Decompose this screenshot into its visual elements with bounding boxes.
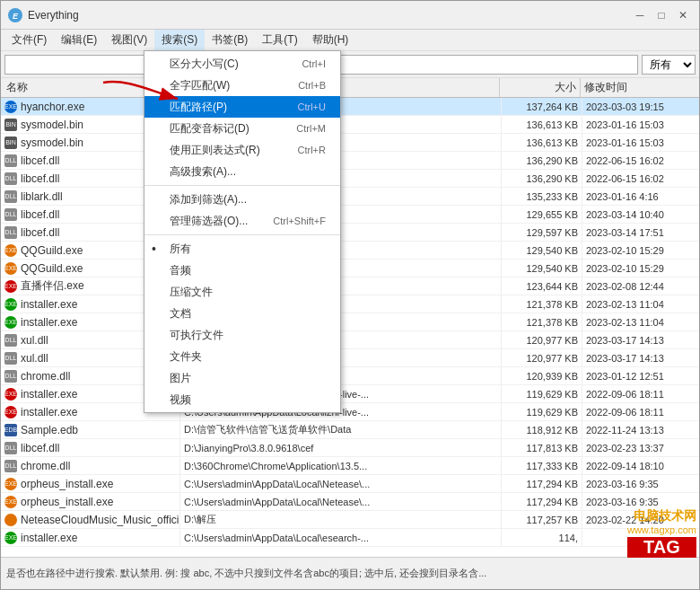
maximize-button[interactable]: □ [652, 6, 670, 24]
file-size-cell: 129,597 KB [502, 224, 582, 241]
table-row[interactable]: EXE installer.exe local\qq-chat-... 121,… [1, 313, 699, 331]
menu-item-shortcut: Ctrl+U [298, 101, 326, 112]
table-row[interactable]: DLL chrome.dll D:\360se6\Application\(10… [1, 367, 699, 385]
table-row[interactable]: EXE 直播伴侣.exe 123,644 KB 2023-02-08 12:44 [1, 277, 699, 295]
menu-edit[interactable]: 编辑(E) [54, 30, 104, 51]
file-date-cell: 2023-01-16 15:03 [582, 134, 699, 151]
table-row[interactable]: DLL chrome.dll D:\360Chrome\Chrome\Appli… [1, 457, 699, 475]
title-bar-left: E Everything [8, 8, 79, 22]
table-row[interactable]: NeteaseCloudMusic_Music_official_2.1... … [1, 511, 699, 529]
table-row[interactable]: EXE hyanchor.exe s\sougoushur... 137,264… [1, 98, 699, 116]
table-row[interactable]: DLL liblark.dll m32_ia32-6.0.5... 135,23… [1, 188, 699, 206]
file-date-cell: 2023-02-13 11:04 [582, 313, 699, 330]
main-window: E Everything ─ □ ✕ 文件(F) 编辑(E) 视图(V) 搜索(… [0, 0, 700, 590]
file-name-cell: NeteaseCloudMusic_Music_official_2.1... [1, 511, 180, 528]
menu-item-label: 视频 [170, 392, 191, 408]
menu-view[interactable]: 视图(V) [104, 30, 154, 51]
file-size-cell: 121,378 KB [502, 295, 582, 313]
search-menu-item[interactable]: 可执行文件 [144, 324, 340, 346]
table-row[interactable]: EXE orpheus_install.exe C:\Users\admin\A… [1, 493, 699, 511]
file-size-cell: 120,939 KB [502, 367, 582, 384]
search-menu-item[interactable]: 添加到筛选(A)... [144, 189, 340, 210]
menu-bookmarks[interactable]: 书签(B) [205, 30, 255, 51]
menu-tools[interactable]: 工具(T) [255, 30, 304, 51]
file-type-icon: EXE [4, 101, 17, 113]
search-menu-item[interactable]: 文档 [144, 303, 340, 324]
file-date-cell: 2023-03-16 9:35 [582, 493, 699, 510]
search-menu-item[interactable]: •所有 [144, 238, 340, 260]
menu-help[interactable]: 帮助(H) [305, 30, 356, 51]
table-row[interactable]: EDB Sample.edb D:\信管飞软件\信管飞送货单软件\Data 11… [1, 421, 699, 439]
search-menu-item[interactable]: 使用正则表达式(R)Ctrl+R [144, 139, 340, 161]
minimize-button[interactable]: ─ [631, 6, 649, 24]
search-menu-item[interactable]: 匹配变音标记(D)Ctrl+M [144, 118, 340, 139]
file-type-icon: BIN [4, 136, 17, 149]
search-menu-item[interactable]: 高级搜索(A)... [144, 161, 340, 182]
search-menu-item[interactable]: 区分大小写(C)Ctrl+I [144, 53, 340, 75]
menu-file[interactable]: 文件(F) [4, 30, 54, 51]
menu-item-label: 添加到筛选(A)... [170, 192, 247, 207]
table-row[interactable]: DLL xul.dll refox 120,977 KB 2023-03-17 … [1, 331, 699, 349]
file-size-cell: 118,912 KB [502, 421, 582, 438]
file-size-cell: 135,233 KB [502, 188, 582, 205]
table-row[interactable]: DLL libcef.dll 129,597 KB 2023-03-14 17:… [1, 224, 699, 242]
menu-item-label: 匹配变音标记(D) [170, 121, 249, 136]
file-path-cell: D:\信管飞软件\信管飞送货单软件\Data [180, 421, 502, 438]
menu-item-label: 全字匹配(W) [170, 78, 230, 93]
menu-bar: 文件(F) 编辑(E) 视图(V) 搜索(S) 书签(B) 工具(T) 帮助(H… [1, 30, 699, 51]
search-menu-item[interactable]: 视频 [144, 389, 340, 410]
table-row[interactable]: EXE installer.exe local\qq-chat-... 121,… [1, 295, 699, 313]
file-size-cell: 119,629 KB [502, 385, 582, 402]
search-menu-item[interactable]: 文件夹 [144, 346, 340, 367]
table-row[interactable]: DLL xul.dll refox 120,977 KB 2023-03-17 … [1, 349, 699, 367]
search-menu-item[interactable]: 音频 [144, 260, 340, 281]
search-menu-item[interactable]: 管理筛选器(O)...Ctrl+Shift+F [144, 210, 340, 232]
close-button[interactable]: ✕ [674, 6, 692, 24]
search-menu-item[interactable]: 全字匹配(W)Ctrl+B [144, 75, 340, 96]
file-type-icon: EXE [4, 532, 17, 544]
search-dropdown: 区分大小写(C)Ctrl+I全字匹配(W)Ctrl+B匹配路径(P)Ctrl+U… [144, 50, 341, 413]
file-size-cell: 121,378 KB [502, 313, 582, 330]
file-name-cell: EDB Sample.edb [1, 421, 180, 438]
menu-item-label: 使用正则表达式(R) [170, 143, 260, 158]
search-menu-item[interactable]: 压缩文件 [144, 281, 340, 303]
table-row[interactable]: EXE QQGuild.exe Local\Tencent\... 129,54… [1, 242, 699, 260]
table-row[interactable]: BIN sysmodel.bin s\sougoushur... 136,613… [1, 116, 699, 134]
table-row[interactable]: BIN sysmodel.bin s\sougoushur... 136,613… [1, 134, 699, 152]
table-row[interactable]: DLL libcef.dll D:\JianyingPro\3.8.0.9618… [1, 439, 699, 457]
file-size-cell: 120,977 KB [502, 349, 582, 366]
file-type-icon: EXE [4, 244, 17, 257]
col-header-size[interactable]: 大小 [500, 78, 581, 97]
file-name-cell: DLL chrome.dll [1, 457, 180, 474]
file-list[interactable]: EXE hyanchor.exe s\sougoushur... 137,264… [1, 98, 699, 557]
filter-select[interactable]: 所有 [642, 55, 696, 75]
table-row[interactable]: EXE orpheus_install.exe C:\Users\admin\A… [1, 475, 699, 493]
file-type-icon: DLL [4, 154, 17, 167]
search-menu-item[interactable]: 匹配路径(P)Ctrl+U [144, 96, 340, 118]
table-row[interactable]: EXE installer.exe C:\Users\admin\AppData… [1, 529, 699, 547]
table-row[interactable]: DLL libcef.dll oaming\huya... 136,290 KB… [1, 170, 699, 188]
menu-item-label: 区分大小写(C) [170, 57, 239, 72]
file-type-icon: EXE [4, 406, 17, 418]
table-row[interactable]: EXE installer.exe C:\Users\admin\AppData… [1, 403, 699, 421]
file-size-cell: 120,977 KB [502, 331, 582, 348]
file-size-cell: 117,294 KB [502, 475, 582, 492]
menu-search[interactable]: 搜索(S) [154, 30, 205, 51]
menu-divider [144, 185, 340, 186]
menu-item-label: 图片 [170, 371, 191, 386]
table-row[interactable]: DLL libcef.dll oaming\huya... 136,290 KB… [1, 152, 699, 170]
col-header-date[interactable]: 修改时间 [581, 78, 697, 97]
file-date-cell: 2022-11-24 13:13 [582, 421, 699, 438]
check-indicator: • [152, 242, 156, 256]
file-path-cell: C:\Users\admin\AppData\Local\Netease\... [180, 493, 502, 510]
file-name-cell: EXE orpheus_install.exe [1, 475, 180, 492]
menu-item-label: 音频 [170, 263, 191, 278]
table-row[interactable]: EXE installer.exe C:\Users\admin\AppData… [1, 385, 699, 403]
table-row[interactable]: DLL libcef.dll rrent_new 129,655 KB 2023… [1, 206, 699, 224]
file-size-cell: 137,264 KB [502, 98, 582, 115]
file-date-cell: 2023-03-03 19:15 [582, 98, 699, 115]
menu-item-shortcut: Ctrl+B [298, 80, 326, 91]
table-row[interactable]: EXE QQGuild.exe Local\Tencent\... 129,54… [1, 260, 699, 277]
file-date-cell: 2023-03-17 14:13 [582, 331, 699, 348]
search-menu-item[interactable]: 图片 [144, 367, 340, 389]
